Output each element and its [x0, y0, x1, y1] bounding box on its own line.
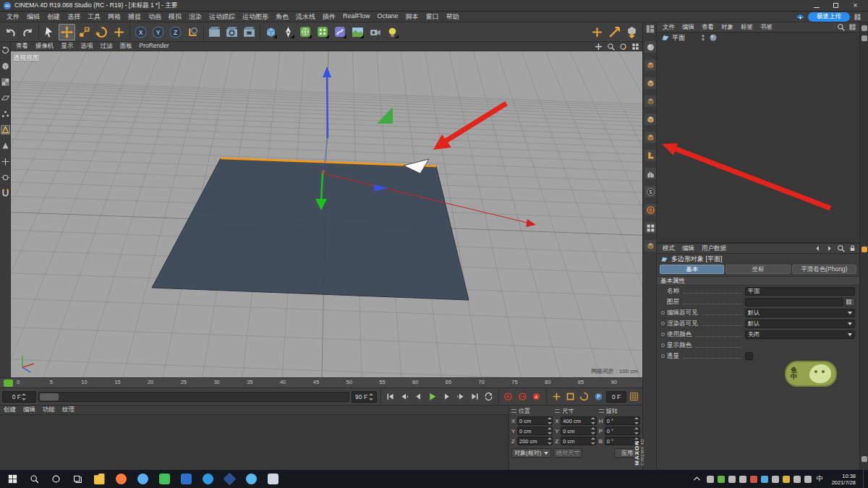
close-button[interactable]: ×: [846, 0, 865, 11]
strip-S-icon[interactable]: S: [644, 186, 656, 197]
camera-button[interactable]: [367, 24, 383, 40]
size-z-field[interactable]: 0 cm: [561, 437, 596, 445]
size-x-field[interactable]: 400 cm: [561, 416, 596, 425]
viewport-menu-item-5[interactable]: 面板: [116, 42, 136, 51]
previous-key-button[interactable]: [399, 390, 410, 403]
taskbar-search-icon[interactable]: [23, 470, 45, 488]
viewport-menu-item-3[interactable]: 选项: [77, 42, 97, 51]
editor-visibility-dropdown[interactable]: 默认: [745, 309, 855, 317]
next-frame-button[interactable]: [441, 390, 452, 403]
menu-item-8[interactable]: 模拟: [165, 12, 185, 22]
live-selection-button[interactable]: [41, 24, 58, 40]
scale-tool-button[interactable]: [76, 24, 93, 40]
menu-icon[interactable]: [511, 409, 516, 413]
menu-item-14[interactable]: 插件: [319, 12, 339, 22]
render-visibility-dropdown[interactable]: 默认: [745, 320, 855, 328]
viewport-menu-item-4[interactable]: 过滤: [97, 42, 116, 51]
object-manager-menu-item-4[interactable]: 标签: [737, 23, 757, 32]
stepper-icon[interactable]: [592, 437, 595, 445]
move-tool-button[interactable]: [59, 24, 75, 40]
section-basic-properties[interactable]: 基本属性: [657, 276, 859, 286]
menu-item-6[interactable]: 捕捉: [124, 12, 145, 22]
menu-item-15[interactable]: RealFlow: [339, 12, 374, 22]
enable-axis-button[interactable]: [1, 157, 10, 166]
frame-end-field[interactable]: 90 F: [352, 391, 377, 403]
strip-cube-checker-icon[interactable]: [644, 77, 656, 89]
lock-x-button[interactable]: X: [132, 24, 149, 40]
viewport-menu-item-6[interactable]: ProRender: [136, 42, 173, 51]
viewport-menu-item-1[interactable]: 摄像机: [32, 42, 58, 51]
subdivision-surface-dropdown[interactable]: [297, 24, 314, 40]
next-key-button[interactable]: [455, 390, 467, 403]
menu-icon[interactable]: [555, 409, 560, 413]
stepper-icon[interactable]: [22, 393, 26, 401]
key-parameter-toggle[interactable]: P: [592, 390, 604, 403]
stepper-icon[interactable]: [592, 417, 595, 424]
taskbar-app-qq[interactable]: [240, 470, 262, 488]
name-field[interactable]: 平面: [745, 287, 855, 296]
strip-cube-dark-icon[interactable]: [644, 95, 656, 107]
cloner-dropdown[interactable]: [315, 24, 331, 40]
attribute-menu-item-2[interactable]: 用户数据: [698, 244, 730, 253]
tray-icon-gray3[interactable]: [804, 476, 812, 483]
previous-frame-button[interactable]: [412, 390, 424, 403]
axis-plus-icon[interactable]: [589, 24, 605, 40]
stepper-icon[interactable]: [592, 427, 595, 435]
stepper-icon[interactable]: [548, 417, 551, 424]
visibility-dots-icon[interactable]: [699, 33, 707, 42]
stepper-icon[interactable]: [369, 393, 373, 401]
plane-object[interactable]: [152, 158, 469, 300]
primitive-cube-dropdown[interactable]: [263, 24, 279, 40]
object-manager-menu-item-0[interactable]: 文件: [659, 23, 678, 32]
axis-arrows-icon[interactable]: [606, 24, 623, 40]
object-manager-menu-item-3[interactable]: 对象: [718, 23, 737, 32]
tray-icon-shield[interactable]: [718, 476, 725, 483]
viewport-canvas[interactable]: [11, 51, 642, 377]
keyframe-dot-icon[interactable]: [661, 333, 665, 336]
model-mode-button[interactable]: [1, 61, 10, 71]
layer-browser-button[interactable]: [845, 298, 855, 307]
keyframe-selection-button[interactable]: [516, 390, 528, 403]
pan-view-icon[interactable]: [593, 42, 604, 51]
object-manager-menu-item-2[interactable]: 查看: [698, 23, 718, 32]
attribute-menu-item-1[interactable]: 编辑: [678, 244, 698, 253]
render-settings-button[interactable]: [224, 24, 240, 40]
play-button[interactable]: [427, 390, 438, 403]
menu-item-1[interactable]: 编辑: [23, 12, 43, 22]
xray-checkbox[interactable]: [745, 352, 753, 360]
key-rotation-toggle[interactable]: [579, 390, 590, 403]
gizmo-center[interactable]: [322, 170, 325, 173]
spline-pen-dropdown[interactable]: [280, 24, 297, 40]
make-editable-icon[interactable]: [624, 24, 640, 40]
tray-icon-cloud[interactable]: [707, 476, 714, 483]
tab-phong[interactable]: 平滑着色(Phong): [792, 265, 856, 274]
material-menu-item-3[interactable]: 纹理: [59, 406, 78, 414]
maximize-button[interactable]: [826, 0, 846, 11]
stepper-icon[interactable]: [635, 417, 639, 424]
menu-item-10[interactable]: 运动跟踪: [205, 12, 239, 22]
keyframe-grid-icon[interactable]: [629, 390, 640, 403]
attribute-menu-item-0[interactable]: 模式: [659, 244, 678, 253]
layout-icon[interactable]: [853, 12, 862, 22]
workplane-mode-button[interactable]: [1, 93, 10, 103]
strip-sphere-icon[interactable]: [644, 41, 656, 53]
start-button[interactable]: [1, 470, 23, 488]
menu-item-0[interactable]: 文件: [3, 12, 23, 22]
material-menu-item-2[interactable]: 功能: [39, 406, 59, 414]
polygons-mode-button[interactable]: [1, 141, 10, 150]
object-name[interactable]: 平面: [672, 33, 685, 43]
edge-icon-active[interactable]: [861, 247, 867, 252]
record-keyframe-button[interactable]: [503, 390, 514, 403]
strip-grid-icon[interactable]: [644, 222, 656, 234]
menu-item-19[interactable]: 帮助: [443, 12, 463, 22]
size-mode-select[interactable]: 绝对尺寸: [553, 448, 582, 458]
tab-coordinates[interactable]: 坐标: [726, 265, 790, 274]
taskbar-app-app-light[interactable]: [262, 470, 284, 488]
strip-snail-icon[interactable]: [644, 204, 656, 215]
menu-item-4[interactable]: 工具: [84, 12, 104, 22]
timeline-ruler[interactable]: 051015202530354045505560657075808590: [0, 377, 642, 388]
menu-item-12[interactable]: 角色: [272, 12, 292, 22]
filter-icon[interactable]: [848, 22, 857, 32]
deformer-dropdown[interactable]: [332, 24, 349, 40]
make-editable-button[interactable]: [1, 46, 10, 55]
